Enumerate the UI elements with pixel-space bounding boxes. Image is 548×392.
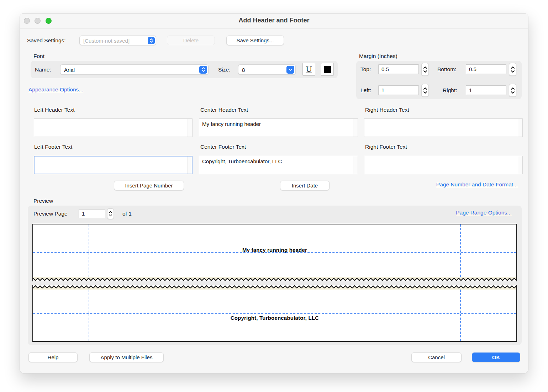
preview-footer-text: Copyright, Turboencabulator, LLC	[33, 315, 516, 321]
appearance-options-link[interactable]: Appearance Options...	[28, 86, 83, 93]
chevron-down-icon	[286, 66, 294, 74]
underline-button[interactable]: U	[302, 63, 315, 76]
margin-right-label: Right:	[443, 87, 457, 94]
scrollbar-track[interactable]	[188, 119, 192, 137]
delete-button[interactable]: Delete	[167, 36, 215, 45]
font-name-value: Arial	[64, 67, 75, 73]
color-swatch	[324, 66, 331, 73]
scrollbar-track[interactable]	[353, 156, 358, 174]
preview-group: Preview Page of 1 Page Range Options... …	[28, 206, 522, 345]
ok-button[interactable]: OK	[472, 353, 520, 362]
scrollbar-track[interactable]	[187, 157, 192, 174]
underline-icon: U	[306, 65, 312, 74]
preview-page-label: Preview Page	[33, 211, 68, 217]
cancel-button[interactable]: Cancel	[411, 353, 462, 362]
center-footer-textarea[interactable]: Copyright, Turboencabulator, LLC	[199, 156, 358, 174]
preview-page-stepper[interactable]	[107, 208, 114, 219]
font-color-button[interactable]	[321, 63, 334, 76]
top-margin-guide	[33, 252, 516, 253]
scrollbar-track[interactable]	[518, 156, 522, 174]
up-down-chevrons-icon	[199, 66, 207, 74]
margin-right-input[interactable]	[466, 85, 506, 95]
left-header-label: Left Header Text	[34, 107, 74, 113]
left-header-textarea[interactable]	[34, 118, 193, 137]
center-header-value: My fancy running header	[202, 121, 351, 127]
save-settings-button[interactable]: Save Settings...	[226, 36, 284, 45]
font-size-label: Size:	[218, 67, 230, 73]
preview-page-count: of 1	[122, 211, 132, 217]
saved-settings-label: Saved Settings:	[27, 37, 66, 44]
right-footer-label: Right Footer Text	[365, 144, 407, 150]
right-footer-textarea[interactable]	[364, 156, 523, 174]
help-button[interactable]: Help	[28, 353, 78, 362]
dialog-title: Add Header and Footer	[20, 17, 528, 24]
right-header-textarea[interactable]	[364, 118, 523, 137]
bottom-margin-guide	[33, 313, 516, 314]
preview-page-input[interactable]	[79, 209, 105, 218]
margin-left-label: Left:	[360, 87, 371, 94]
font-size-value: 8	[242, 67, 245, 73]
saved-settings-dropdown[interactable]: [Custom-not saved]	[79, 36, 156, 45]
torn-edge-icon	[33, 285, 516, 290]
up-down-chevrons-icon	[148, 37, 155, 44]
margin-top-stepper[interactable]	[421, 63, 429, 76]
margin-group: Top: Bottom: Left: Right:	[356, 61, 522, 99]
font-group: Name: Arial Size: 8 U	[31, 61, 338, 78]
scrollbar-track[interactable]	[353, 119, 358, 137]
margin-top-input[interactable]	[378, 64, 419, 74]
font-group-label: Font	[33, 53, 44, 59]
scrollbar-track[interactable]	[518, 119, 522, 137]
insert-page-number-button[interactable]: Insert Page Number	[114, 181, 184, 190]
center-footer-label: Center Footer Text	[200, 144, 246, 150]
torn-edge-icon	[33, 277, 516, 281]
preview-header-region: My fancy running header	[32, 224, 517, 281]
margin-right-stepper[interactable]	[509, 84, 516, 97]
left-footer-label: Left Footer Text	[34, 144, 72, 150]
right-header-label: Right Header Text	[365, 107, 409, 113]
margin-bottom-label: Bottom:	[437, 66, 456, 73]
saved-settings-value: [Custom-not saved]	[83, 37, 130, 43]
preview-page-canvas: My fancy running header	[32, 224, 517, 342]
font-name-label: Name:	[35, 67, 51, 73]
preview-group-label: Preview	[33, 198, 53, 204]
page-number-date-format-link[interactable]: Page Number and Date Format...	[436, 181, 518, 188]
preview-footer-region: Copyright, Turboencabulator, LLC	[32, 285, 517, 342]
margin-group-label: Margin (Inches)	[359, 53, 397, 59]
center-header-label: Center Header Text	[200, 107, 248, 113]
margin-left-input[interactable]	[378, 85, 419, 95]
center-header-textarea[interactable]: My fancy running header	[199, 118, 358, 137]
font-size-combobox[interactable]: 8	[238, 64, 296, 75]
margin-bottom-input[interactable]	[466, 64, 506, 74]
margin-top-label: Top:	[360, 66, 371, 73]
font-name-dropdown[interactable]: Arial	[60, 64, 209, 75]
margin-bottom-stepper[interactable]	[509, 63, 516, 76]
apply-to-multiple-files-button[interactable]: Apply to Multiple Files	[89, 353, 164, 362]
center-footer-value: Copyright, Turboencabulator, LLC	[202, 158, 351, 164]
page-range-options-link[interactable]: Page Range Options...	[456, 210, 512, 216]
margin-left-stepper[interactable]	[421, 84, 429, 97]
title-bar: Add Header and Footer	[20, 14, 528, 28]
left-footer-textarea[interactable]	[34, 156, 193, 174]
add-header-footer-dialog: Add Header and Footer Saved Settings: [C…	[20, 13, 528, 374]
insert-date-button[interactable]: Insert Date	[280, 181, 330, 190]
